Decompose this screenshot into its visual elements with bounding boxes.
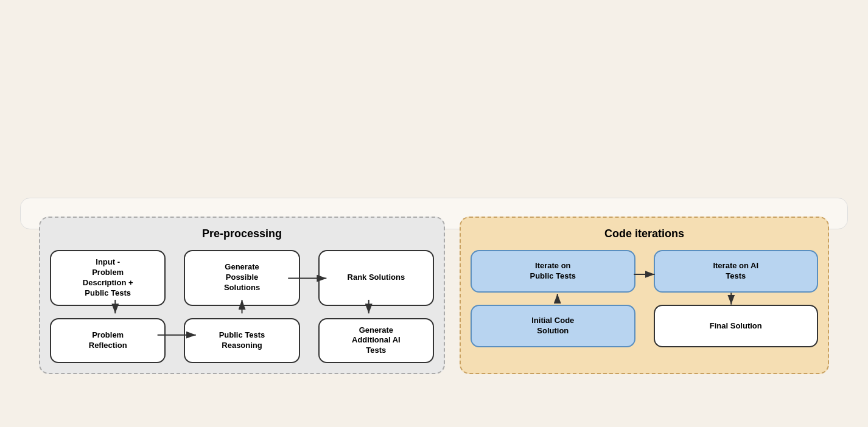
- code-iterations-title: Code iterations: [471, 227, 818, 240]
- code-iterations-grid: Iterate on Public Tests Iterate on AI Te…: [471, 250, 818, 347]
- iterate-ai-node: Iterate on AI Tests: [654, 250, 818, 293]
- generate-solutions-node: Generate Possible Solutions: [184, 250, 299, 306]
- final-solution-node: Final Solution: [654, 305, 818, 347]
- generate-ai-tests-node: Generate Additional AI Tests: [318, 318, 434, 364]
- initial-code-node: Initial Code Solution: [471, 305, 635, 347]
- preprocessing-title: Pre-processing: [50, 227, 434, 240]
- iterate-public-node: Iterate on Public Tests: [471, 250, 635, 293]
- preprocessing-grid: Input - Problem Description + Public Tes…: [50, 250, 434, 363]
- diagram-area: Pre-processing Input - Problem Descripti…: [39, 217, 829, 374]
- main-container: Pre-processing Input - Problem Descripti…: [20, 198, 848, 229]
- preprocessing-grid-wrapper: Input - Problem Description + Public Tes…: [50, 250, 434, 363]
- input-node: Input - Problem Description + Public Tes…: [50, 250, 166, 306]
- code-iterations-section: Code iterations Iterate on Public Tests …: [460, 217, 829, 374]
- code-iterations-grid-wrapper: Iterate on Public Tests Iterate on AI Te…: [471, 250, 818, 347]
- public-tests-reasoning-node: Public Tests Reasoning: [184, 318, 299, 364]
- rank-solutions-node: Rank Solutions: [318, 250, 434, 306]
- preprocessing-section: Pre-processing Input - Problem Descripti…: [39, 217, 445, 374]
- problem-reflection-node: Problem Reflection: [50, 318, 166, 364]
